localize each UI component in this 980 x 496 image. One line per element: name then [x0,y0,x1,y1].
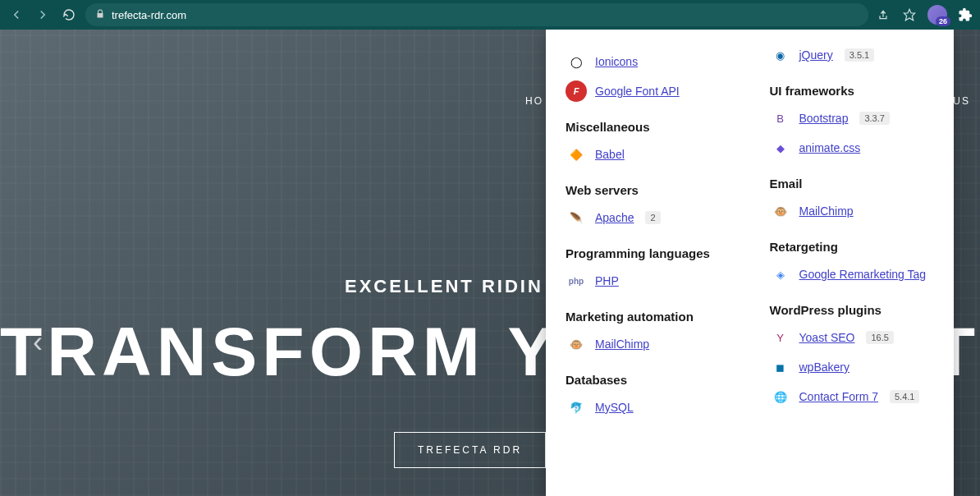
tech-link[interactable]: jQuery [799,48,833,62]
tech-link[interactable]: wpBakery [799,361,849,374]
toolbar-right: 26 [875,5,973,25]
tech-item: 🐵MailChimp [566,333,730,355]
tech-section: Email🐵MailChimp [770,177,935,222]
tech-item: YYoast SEO16.5 [770,327,935,348]
lock-icon [95,9,105,21]
svg-marker-0 [904,9,914,20]
bookmark-icon[interactable] [901,7,918,23]
section-title: Marketing automation [566,310,730,324]
tech-item: 🐬MySQL [566,397,730,418]
tech-item: FGoogle Font API [566,80,730,102]
tech-section: Databases🐬MySQL [566,373,730,418]
tech-version: 2 [645,211,660,224]
section-title: WordPress plugins [770,303,935,317]
tech-section: WordPress pluginsYYoast SEO16.5◼wpBakery… [770,303,935,407]
popup-left-column: ◯IoniconsFGoogle Font APIMiscellaneous🔶B… [546,30,750,496]
tech-link[interactable]: Contact Form 7 [799,390,878,403]
back-button[interactable] [7,5,26,25]
tech-icon: 🔶 [566,144,587,165]
tech-version: 3.3.7 [859,112,889,125]
tech-section: Web servers🪶Apache2 [566,183,730,228]
tech-section: Retargeting◈Google Remarketing Tag [770,240,935,285]
section-title: Retargeting [770,240,935,254]
browser-toolbar: trefecta-rdr.com 26 [0,0,980,30]
tech-icon: ◼ [770,356,791,378]
tech-link[interactable]: Google Remarketing Tag [799,268,927,281]
tech-link[interactable]: MailChimp [799,204,854,218]
tech-section: ◉jQuery3.5.1 [770,44,935,66]
nav-item-left[interactable]: HO [525,95,543,107]
tech-section: Miscellaneous🔶Babel [566,120,730,165]
tech-icon: ◈ [770,264,791,285]
tech-link[interactable]: Apache [595,211,634,224]
tech-icon: F [566,80,587,102]
tech-item: phpPHP [566,270,730,292]
tech-section: UI frameworksBBootstrap3.3.7◆animate.css [770,84,935,158]
reload-button[interactable] [59,5,79,25]
page-content: HO US ‹ EXCELLENT RIDIN TRANSFORM YO T T… [0,30,980,496]
address-bar[interactable]: trefecta-rdr.com [85,3,868,26]
tech-link[interactable]: Bootstrap [799,112,849,125]
tech-item: ◉jQuery3.5.1 [770,44,935,66]
tech-version: 16.5 [866,331,893,344]
section-title: Databases [566,373,730,387]
tech-icon: 🐵 [770,200,791,222]
tech-item: BBootstrap3.3.7 [770,108,935,129]
tech-section: Programming languagesphpPHP [566,246,730,292]
url-text: trefecta-rdr.com [112,9,186,21]
tech-item: ◯Ionicons [566,51,730,72]
tech-item: ◼wpBakery [770,356,935,378]
cta-button[interactable]: TREFECTA RDR [394,432,546,468]
tech-icon: Y [770,327,791,348]
tech-link[interactable]: MySQL [595,401,634,414]
section-title: UI frameworks [770,84,935,98]
tech-item: 🪶Apache2 [566,207,730,228]
section-title: Web servers [566,183,730,197]
tech-link[interactable]: Yoast SEO [799,331,855,344]
tech-version: 3.5.1 [845,48,874,62]
section-title: Miscellaneous [566,120,730,134]
tech-link[interactable]: MailChimp [595,338,649,351]
tech-icon: ◯ [566,51,587,72]
tech-icon: 🐬 [566,397,587,418]
tech-version: 5.4.1 [890,390,919,403]
tech-item: 🔶Babel [566,144,730,165]
share-icon[interactable] [875,7,891,23]
tech-link[interactable]: animate.css [799,141,861,154]
tech-item: 🐵MailChimp [770,200,935,222]
tech-item: ◆animate.css [770,137,935,158]
tech-item: ◈Google Remarketing Tag [770,264,935,285]
tech-icon: ◆ [770,137,791,158]
popup-right-column: ◉jQuery3.5.1UI frameworksBBootstrap3.3.7… [750,30,955,496]
tech-icon: 🪶 [566,207,587,228]
forward-button[interactable] [33,5,53,25]
profile-avatar[interactable]: 26 [927,5,947,25]
tech-link[interactable]: Ionicons [595,55,638,68]
extensions-icon[interactable] [957,7,973,23]
tech-icon: B [770,108,791,129]
tech-link[interactable]: PHP [595,274,619,287]
section-title: Email [770,177,935,191]
tech-icon: 🐵 [566,333,587,355]
tech-icon: php [566,270,587,292]
tech-section: Marketing automation🐵MailChimp [566,310,730,355]
profile-badge: 26 [936,16,950,26]
nav-item-right[interactable]: US [953,95,970,107]
section-title: Programming languages [566,246,730,260]
tech-item: 🌐Contact Form 75.4.1 [770,386,935,407]
tech-icon: ◉ [770,44,791,66]
wappalyzer-popup: ◯IoniconsFGoogle Font APIMiscellaneous🔶B… [546,30,954,496]
tech-icon: 🌐 [770,386,791,407]
tech-section: ◯IoniconsFGoogle Font API [566,51,730,102]
tech-link[interactable]: Google Font API [595,85,680,98]
tech-link[interactable]: Babel [595,148,625,161]
